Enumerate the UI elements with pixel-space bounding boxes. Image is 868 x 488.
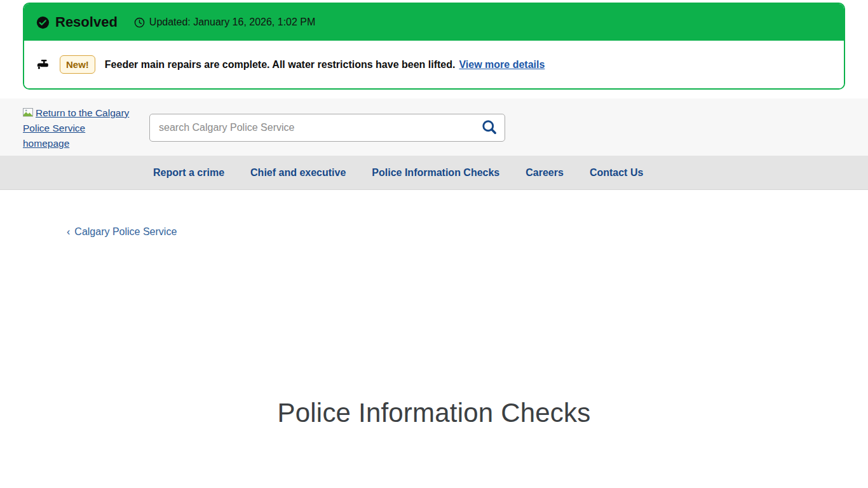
broken-image-icon: [23, 107, 34, 116]
breadcrumb-back-link[interactable]: ‹Calgary Police Service: [67, 226, 177, 238]
view-more-details-link[interactable]: View more details: [459, 59, 545, 71]
search-icon: [480, 118, 498, 138]
status-alert-body: New! Feeder main repairs are complete. A…: [24, 41, 844, 88]
nav-item-careers[interactable]: Careers: [526, 167, 564, 179]
nav-item-police-information-checks[interactable]: Police Information Checks: [372, 167, 499, 179]
nav-item-chief-and-executive[interactable]: Chief and executive: [250, 167, 346, 179]
search-bar: [149, 114, 505, 142]
clock-icon: [134, 17, 145, 28]
nav-item-report-a-crime[interactable]: Report a crime: [153, 167, 224, 179]
homepage-logo-alt-text: Return to the Calgary Police Service hom…: [23, 107, 129, 149]
check-circle-icon: [36, 16, 50, 29]
alert-message: Feeder main repairs are complete. All wa…: [105, 59, 456, 71]
site-header: Return to the Calgary Police Service hom…: [0, 98, 868, 156]
status-alert: Resolved Updated: January 16, 2026, 1:02…: [23, 3, 845, 90]
main-nav: Report a crime Chief and executive Polic…: [0, 156, 868, 190]
updated-group: Updated: January 16, 2026, 1:02 PM: [134, 17, 316, 28]
status-alert-header: Resolved Updated: January 16, 2026, 1:02…: [24, 4, 844, 41]
new-badge: New!: [60, 55, 95, 74]
status-label: Resolved: [55, 14, 118, 30]
page-title: Police Information Checks: [0, 398, 868, 428]
chevron-left-icon: ‹: [67, 226, 70, 237]
search-button[interactable]: [478, 117, 500, 139]
faucet-icon: [36, 58, 50, 72]
breadcrumb-label: Calgary Police Service: [74, 226, 177, 237]
updated-timestamp: Updated: January 16, 2026, 1:02 PM: [149, 17, 316, 28]
search-input[interactable]: [149, 114, 505, 142]
nav-item-contact-us[interactable]: Contact Us: [590, 167, 643, 179]
homepage-logo-link[interactable]: Return to the Calgary Police Service hom…: [23, 105, 132, 151]
